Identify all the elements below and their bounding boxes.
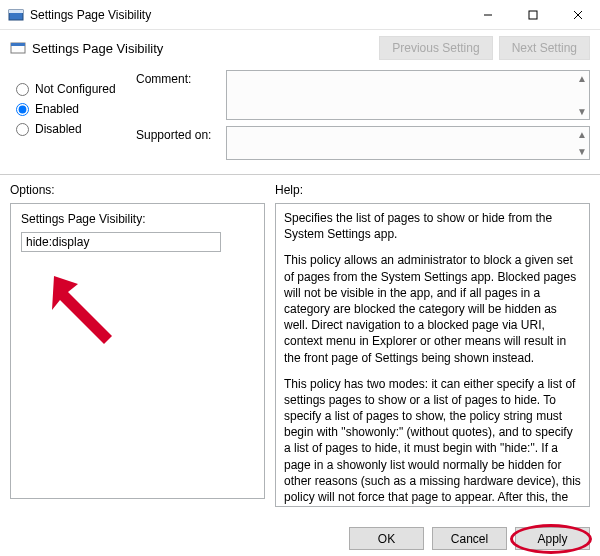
scroll-up-icon[interactable]: ▲ xyxy=(577,129,587,140)
ok-button[interactable]: OK xyxy=(349,527,424,550)
help-paragraph: This policy has two modes: it can either… xyxy=(284,376,581,507)
state-radios: Not Configured Enabled Disabled xyxy=(16,70,136,166)
radio-not-configured[interactable]: Not Configured xyxy=(16,82,136,96)
options-group: Settings Page Visibility: xyxy=(10,203,265,499)
radio-enabled[interactable]: Enabled xyxy=(16,102,136,116)
options-section-label: Options: xyxy=(10,183,265,197)
page-title: Settings Page Visibility xyxy=(32,41,373,56)
comment-textarea[interactable]: ▲ ▼ xyxy=(226,70,590,120)
apply-button[interactable]: Apply xyxy=(515,527,590,550)
svg-rect-3 xyxy=(529,11,537,19)
previous-setting-button[interactable]: Previous Setting xyxy=(379,36,492,60)
supported-label: Supported on: xyxy=(136,126,226,160)
next-setting-button[interactable]: Next Setting xyxy=(499,36,590,60)
scroll-up-icon[interactable]: ▲ xyxy=(577,73,587,84)
config-area: Not Configured Enabled Disabled Comment:… xyxy=(0,66,600,175)
help-text[interactable]: Specifies the list of pages to show or h… xyxy=(275,203,590,507)
maximize-button[interactable] xyxy=(510,0,555,30)
radio-not-configured-input[interactable] xyxy=(16,83,29,96)
cancel-button[interactable]: Cancel xyxy=(432,527,507,550)
close-button[interactable] xyxy=(555,0,600,30)
minimize-button[interactable] xyxy=(465,0,510,30)
radio-enabled-label: Enabled xyxy=(35,102,79,116)
radio-disabled[interactable]: Disabled xyxy=(16,122,136,136)
help-section-label: Help: xyxy=(275,183,590,197)
options-field-label: Settings Page Visibility: xyxy=(21,212,254,226)
app-icon xyxy=(8,7,24,23)
help-paragraph: This policy allows an administrator to b… xyxy=(284,252,581,365)
scroll-down-icon[interactable]: ▼ xyxy=(577,146,587,157)
svg-rect-7 xyxy=(11,43,25,46)
svg-rect-1 xyxy=(9,10,23,13)
title-bar: Settings Page Visibility xyxy=(0,0,600,30)
fields-column: Comment: ▲ ▼ Supported on: ▲ ▼ xyxy=(136,70,590,166)
help-paragraph: Specifies the list of pages to show or h… xyxy=(284,210,581,242)
header-row: Settings Page Visibility Previous Settin… xyxy=(0,30,600,66)
help-pane: Help: Specifies the list of pages to sho… xyxy=(275,183,590,507)
radio-disabled-input[interactable] xyxy=(16,123,29,136)
radio-disabled-label: Disabled xyxy=(35,122,82,136)
comment-label: Comment: xyxy=(136,70,226,120)
policy-icon xyxy=(10,40,26,56)
dialog-footer: OK Cancel Apply xyxy=(349,527,590,550)
window-title: Settings Page Visibility xyxy=(30,8,465,22)
scroll-down-icon[interactable]: ▼ xyxy=(577,106,587,117)
lower-panes: Options: Settings Page Visibility: Help:… xyxy=(0,175,600,507)
supported-textarea: ▲ ▼ xyxy=(226,126,590,160)
visibility-input[interactable] xyxy=(21,232,221,252)
radio-not-configured-label: Not Configured xyxy=(35,82,116,96)
options-pane: Options: Settings Page Visibility: xyxy=(10,183,275,507)
radio-enabled-input[interactable] xyxy=(16,103,29,116)
